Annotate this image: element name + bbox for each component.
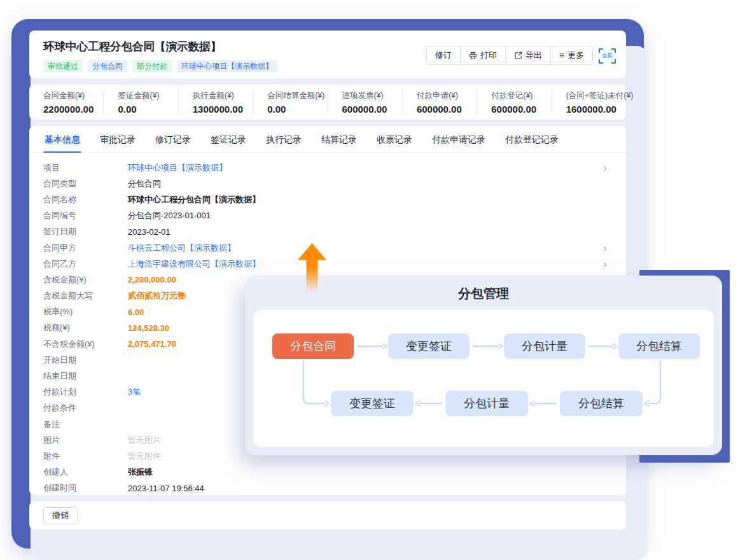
field-contract-name: 合同名称 环球中心工程分包合同【演示数据】	[43, 192, 612, 207]
party-a-link[interactable]: 斗栱云工程公司【演示数据】	[128, 242, 235, 254]
payment-plan-link[interactable]: 3笔	[128, 386, 141, 398]
field-label: 创建人	[43, 466, 128, 478]
summary-value: 600000.00	[491, 104, 551, 115]
contract-type-badge: 分包合同	[88, 60, 127, 73]
field-label: 备注	[43, 419, 128, 430]
flow-box-subcontract-measure-2: 分包计量	[445, 391, 528, 416]
field-sign-date: 签订日期 2023-02-01	[43, 224, 612, 240]
bracket-corner-icon	[611, 59, 616, 64]
tab-revision-records[interactable]: 修订记录	[154, 126, 192, 153]
project-badge: 环球中心项目【演示数据】	[177, 60, 277, 73]
revise-button-label: 修订	[435, 50, 452, 61]
field-label: 合同类型	[43, 178, 128, 190]
summary-item-visa-amount: 签证金额(¥) 0.00	[103, 90, 178, 115]
field-label: 付款条件	[43, 402, 128, 414]
bracket-corner-icon	[611, 48, 616, 53]
flow-box-change-visa-2: 变更签证	[331, 391, 414, 416]
summary-value: 0.00	[267, 104, 327, 115]
flow-box-subcontract-measure-1: 分包计量	[504, 333, 585, 359]
summary-label: (合同+签证)未付(¥)	[566, 90, 626, 101]
field-label: 附件	[43, 451, 128, 462]
flow-arrows	[253, 310, 714, 447]
payment-status-badge: 部分付款	[132, 60, 172, 73]
print-button-label: 打印	[480, 50, 497, 61]
print-button[interactable]: 打印	[460, 46, 506, 65]
chevron-right-icon[interactable]: ›	[603, 162, 607, 173]
flow-box-subcontract-settle-2: 分包结算	[560, 391, 643, 416]
field-party-b: 合同乙方 上海浩宇建设有限公司【演示数据】 ›	[43, 256, 612, 272]
export-button[interactable]: 导出	[505, 46, 551, 65]
field-creator: 创建人 张振锋	[43, 465, 612, 480]
tab-receipt-records[interactable]: 收票记录	[375, 126, 414, 153]
field-label: 签订日期	[43, 226, 128, 237]
summary-item-unpaid: (合同+签证)未付(¥) 1600000.00	[552, 90, 626, 115]
summary-value: 1300000.00	[193, 104, 253, 115]
revise-button[interactable]: 修订	[426, 46, 461, 65]
field-label: 含税金额大写	[43, 290, 128, 302]
field-label: 合同甲方	[43, 242, 128, 254]
field-value: 124,528.30	[128, 323, 169, 333]
chevron-right-icon[interactable]: ›	[603, 242, 607, 253]
summary-value: 600000.00	[417, 104, 477, 115]
summary-item-execution-amount: 执行金额(¥) 1300000.00	[178, 90, 253, 115]
field-value: 6.00	[128, 307, 144, 317]
field-value: 环球中心工程分包合同【演示数据】	[128, 194, 260, 206]
screen: 环球中心工程分包合同【演示数据】 审批通过 分包合同 部分付款 环球中心项目【演…	[0, 0, 738, 560]
fullscreen-button[interactable]: 全屏	[599, 48, 616, 64]
field-value: 2023-02-01	[128, 227, 171, 237]
summary-value: 600000.00	[342, 104, 402, 115]
field-value: 2,075,471.70	[128, 339, 176, 349]
summary-label: 合同金额(¥)	[43, 90, 103, 101]
tab-approval-records[interactable]: 审批记录	[99, 126, 137, 153]
field-value: 暂无附件	[128, 451, 161, 462]
summary-value: 1600000.00	[566, 104, 626, 115]
list-icon: ≡	[559, 51, 564, 60]
tab-settlement-records[interactable]: 结算记录	[320, 126, 358, 153]
more-button-label: 更多	[567, 50, 584, 61]
field-label: 创建时间	[43, 482, 128, 494]
field-contract-type: 合同类型 分包合同	[43, 176, 612, 192]
summary-label: 执行金额(¥)	[193, 90, 253, 101]
field-value: 分包合同	[128, 178, 161, 190]
field-label: 付款计划	[43, 386, 128, 398]
field-label: 结束日期	[43, 370, 128, 382]
summary-label: 签证金额(¥)	[118, 90, 178, 101]
header-card: 环球中心工程分包合同【演示数据】 审批通过 分包合同 部分付款 环球中心项目【演…	[29, 31, 626, 78]
action-button-group: 修订 打印 导出 ≡ 更多	[426, 46, 593, 65]
field-party-a: 合同甲方 斗栱云工程公司【演示数据】 ›	[43, 240, 612, 256]
tab-payment-request-records[interactable]: 付款申请记录	[431, 126, 487, 153]
tab-payment-register-records[interactable]: 付款登记记录	[504, 126, 560, 153]
tab-execution-records[interactable]: 执行记录	[265, 126, 303, 153]
subcontract-guide-overlay: 分包管理 分包合同 变更签证	[245, 276, 722, 455]
flow-box-subcontract-contract: 分包合同	[272, 333, 354, 359]
field-label: 税率(%)	[43, 306, 128, 318]
field-value: 贰佰贰拾万元整	[128, 290, 186, 302]
tab-visa-records[interactable]: 签证记录	[209, 126, 247, 153]
more-button[interactable]: ≡ 更多	[550, 46, 593, 65]
summary-item-input-invoice: 进项发票(¥) 600000.00	[328, 90, 402, 115]
party-b-link[interactable]: 上海浩宇建设有限公司【演示数据】	[128, 258, 260, 270]
tab-basic-info[interactable]: 基本信息	[43, 126, 81, 153]
field-project: 项目 环球中心项目【演示数据】 ›	[43, 160, 612, 176]
printer-icon	[469, 52, 477, 60]
field-label: 合同乙方	[43, 258, 128, 270]
summary-item-contract-amount: 合同金额(¥) 2200000.00	[29, 90, 103, 115]
field-label: 不含税金额(¥)	[43, 339, 128, 350]
field-created-time: 创建时间 2023-11-07 19:56:44	[43, 480, 612, 496]
field-label: 含税金额(¥)	[43, 274, 128, 286]
undo-button[interactable]: 撤销	[43, 507, 78, 524]
field-label: 税额(¥)	[43, 322, 128, 333]
chevron-right-icon[interactable]: ›	[603, 258, 607, 269]
field-contract-no: 合同编号 分包合同-2023-01-001	[43, 208, 612, 224]
summary-item-payment-request: 付款申请(¥) 600000.00	[402, 90, 477, 115]
field-label: 图片	[43, 435, 128, 446]
flow-box-change-visa-1: 变更签证	[388, 333, 470, 359]
bracket-corner-icon	[599, 59, 603, 64]
project-link[interactable]: 环球中心项目【演示数据】	[128, 162, 227, 174]
field-value: 分包合同-2023-01-001	[128, 210, 211, 221]
field-label: 合同名称	[43, 194, 128, 206]
summary-item-payment-register: 付款登记(¥) 600000.00	[477, 90, 551, 115]
field-label: 合同编号	[43, 210, 128, 221]
field-value: 暂无图片	[128, 435, 161, 446]
field-value: 2023-11-07 19:56:44	[128, 484, 204, 493]
